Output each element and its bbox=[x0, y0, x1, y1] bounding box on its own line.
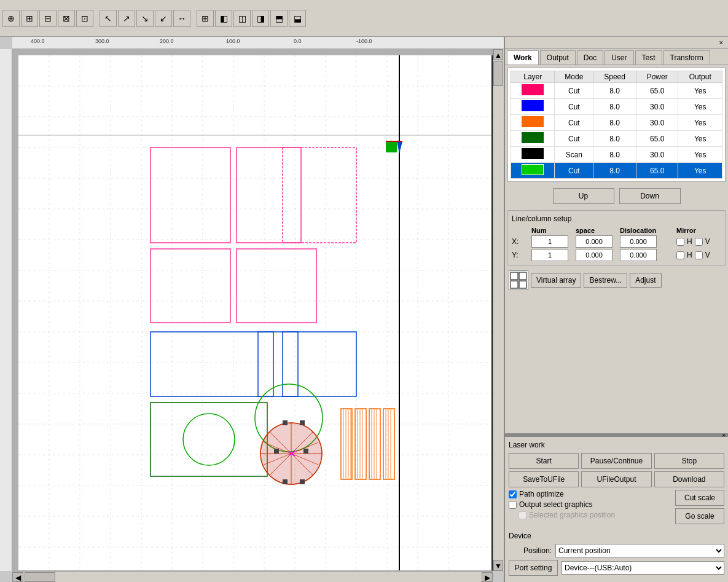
canvas-svg bbox=[18, 55, 491, 570]
tab-work[interactable]: Work bbox=[507, 50, 539, 65]
toolbar-btn-flip[interactable]: ↙ bbox=[155, 10, 172, 27]
svg-rect-32 bbox=[151, 147, 230, 243]
selected-pos-text: Selected graphics position bbox=[529, 511, 615, 519]
layer-row[interactable]: Cut8.030.0Yes bbox=[511, 99, 722, 115]
bestrew-button[interactable]: Bestrew... bbox=[584, 273, 627, 288]
device-position-select[interactable]: Current position bbox=[555, 544, 724, 557]
laser-work: Laser work Start Pause/Continue Stop Sav… bbox=[505, 437, 728, 528]
toolbar-btn-1[interactable]: ⊕ bbox=[2, 10, 20, 27]
port-setting-button[interactable]: Port setting bbox=[509, 560, 558, 576]
layer-row[interactable]: Cut8.065.0Yes bbox=[511, 83, 722, 99]
layer-speed-cell: 8.0 bbox=[593, 163, 636, 179]
svg-rect-56 bbox=[300, 479, 305, 484]
virtual-array-button[interactable]: Virtual array bbox=[531, 273, 581, 288]
color-swatch bbox=[522, 148, 544, 159]
array-icon[interactable] bbox=[509, 270, 528, 290]
toolbar-btn-align-right[interactable]: ◨ bbox=[252, 10, 269, 27]
layer-color-cell bbox=[511, 131, 555, 147]
layer-row[interactable]: Cut8.065.0Yes bbox=[511, 163, 722, 179]
toolbar-btn-scale[interactable]: ↘ bbox=[136, 10, 154, 27]
layer-color-cell bbox=[511, 115, 555, 131]
toolbar-btn-align-left[interactable]: ◧ bbox=[215, 10, 232, 27]
cut-scale-button[interactable]: Cut scale bbox=[675, 490, 724, 506]
lcs-x-disloc[interactable] bbox=[620, 235, 657, 248]
tab-output[interactable]: Output bbox=[540, 50, 576, 65]
tab-test[interactable]: Test bbox=[635, 50, 662, 65]
svg-rect-72 bbox=[383, 409, 394, 479]
layer-power-cell: 65.0 bbox=[636, 131, 678, 147]
lcs-y-num[interactable] bbox=[531, 249, 568, 261]
svg-rect-59 bbox=[341, 409, 352, 479]
toolbar-btn-align-bottom[interactable]: ⬓ bbox=[289, 10, 306, 27]
tab-transform[interactable]: Transform bbox=[663, 50, 710, 65]
tab-doc[interactable]: Doc bbox=[577, 50, 603, 65]
layer-color-cell bbox=[511, 163, 555, 179]
toolbar-btn-4[interactable]: ⊠ bbox=[58, 10, 75, 27]
ruler-mark-200: 200.0 bbox=[160, 38, 174, 44]
toolbar-btn-move[interactable]: ↖ bbox=[100, 10, 117, 27]
panel-close-btn[interactable]: × bbox=[717, 37, 726, 47]
go-scale-button[interactable]: Go scale bbox=[675, 508, 724, 524]
layer-row[interactable]: Cut8.030.0Yes bbox=[511, 115, 722, 131]
col-header-speed: Speed bbox=[593, 71, 636, 83]
toolbar-btn-stretch[interactable]: ↔ bbox=[173, 10, 190, 27]
output-select-check[interactable] bbox=[509, 501, 517, 509]
selected-pos-check[interactable] bbox=[519, 511, 526, 519]
lcs-x-space[interactable] bbox=[576, 235, 613, 248]
adjust-button[interactable]: Adjust bbox=[630, 273, 661, 288]
layer-mode-cell: Cut bbox=[555, 163, 593, 179]
down-button[interactable]: Down bbox=[619, 188, 681, 204]
start-button[interactable]: Start bbox=[509, 453, 579, 469]
layer-row[interactable]: Scan8.030.0Yes bbox=[511, 147, 722, 163]
download-button[interactable]: Download bbox=[654, 471, 724, 487]
top-toolbar: ⊕ ⊞ ⊟ ⊠ ⊡ ↖ ↗ ↘ ↙ ↔ ⊞ ◧ ◫ ◨ ⬒ ⬓ bbox=[0, 0, 728, 37]
lcs-x-h-label: H bbox=[687, 237, 692, 246]
layer-output-cell: Yes bbox=[678, 131, 722, 147]
lcs-y-disloc[interactable] bbox=[620, 249, 657, 261]
layer-power-cell: 30.0 bbox=[636, 99, 678, 115]
layer-output-cell: Yes bbox=[678, 99, 722, 115]
lcs-num-header: Num bbox=[531, 227, 574, 234]
lcs-y-space[interactable] bbox=[576, 249, 613, 261]
laser-work-divider[interactable]: × bbox=[505, 433, 728, 437]
lcs-x-num[interactable] bbox=[531, 235, 568, 248]
layer-mode-cell: Scan bbox=[555, 147, 593, 163]
hscroll[interactable]: ◀ ▶ bbox=[12, 571, 493, 582]
toolbar-btn-grid[interactable]: ⊞ bbox=[197, 10, 214, 27]
toolbar-btn-rotate[interactable]: ↗ bbox=[118, 10, 135, 27]
laser-control-row1: Start Pause/Continue Stop bbox=[509, 453, 724, 469]
lcs-x-v-check[interactable] bbox=[695, 238, 703, 246]
path-optimize-check[interactable] bbox=[509, 490, 517, 498]
ufile-output-button[interactable]: UFileOutput bbox=[581, 471, 651, 487]
lcs-y-v-check[interactable] bbox=[695, 251, 703, 259]
device-port-select[interactable]: Device---(USB:Auto) bbox=[562, 561, 724, 575]
laser-divider-close[interactable]: × bbox=[722, 432, 726, 439]
toolbar-btn-align-center[interactable]: ◫ bbox=[233, 10, 251, 27]
layer-power-cell: 30.0 bbox=[636, 115, 678, 131]
device-position-row: Position: Current position bbox=[509, 544, 724, 557]
svg-rect-81 bbox=[511, 281, 518, 288]
drawing-canvas[interactable] bbox=[12, 49, 493, 571]
save-to-ufile-button[interactable]: SaveToUFile bbox=[509, 471, 579, 487]
toolbar-btn-3[interactable]: ⊟ bbox=[39, 10, 57, 27]
lcs-x-v-label: V bbox=[705, 237, 710, 246]
stop-button[interactable]: Stop bbox=[654, 453, 724, 469]
svg-rect-53 bbox=[274, 449, 279, 454]
svg-rect-64 bbox=[355, 409, 366, 479]
lcs-y-h-check[interactable] bbox=[676, 251, 684, 259]
color-swatch bbox=[522, 116, 544, 127]
layer-row[interactable]: Cut8.065.0Yes bbox=[511, 131, 722, 147]
lcs-x-h-check[interactable] bbox=[676, 238, 684, 246]
ruler-top: 400.0 300.0 200.0 100.0 0.0 -100.0 bbox=[12, 37, 504, 49]
layer-output-cell: Yes bbox=[678, 83, 722, 99]
laser-control-row2: SaveToUFile UFileOutput Download bbox=[509, 471, 724, 487]
vscroll[interactable]: ▲ ▼ bbox=[493, 49, 504, 571]
toolbar-btn-align-top[interactable]: ⬒ bbox=[270, 10, 288, 27]
toolbar-btn-5[interactable]: ⊡ bbox=[76, 10, 93, 27]
pause-continue-button[interactable]: Pause/Continue bbox=[581, 453, 651, 469]
path-optimize-text: Path optimize bbox=[519, 490, 564, 498]
up-button[interactable]: Up bbox=[553, 188, 614, 204]
svg-rect-36 bbox=[237, 249, 316, 323]
toolbar-btn-2[interactable]: ⊞ bbox=[21, 10, 38, 27]
tab-user[interactable]: User bbox=[605, 50, 633, 65]
